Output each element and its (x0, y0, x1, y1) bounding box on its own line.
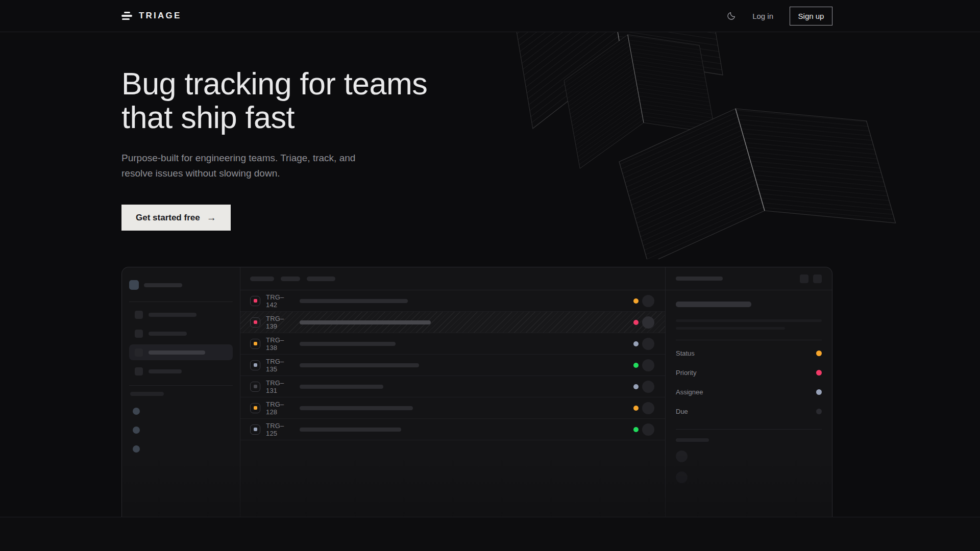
issue-row: TRG–131 (240, 376, 665, 397)
issue-row: TRG–139 (240, 312, 665, 333)
issue-id: TRG–135 (266, 358, 293, 373)
issue-checkbox-icon (250, 382, 260, 392)
skeleton-bar (149, 313, 197, 317)
panel-icon-button (800, 274, 808, 283)
field-value-dot (816, 370, 822, 375)
footer-band (0, 517, 980, 551)
panel-icon-button (813, 274, 822, 283)
field-label: Due (676, 408, 688, 415)
skeleton-bar (300, 363, 419, 367)
skeleton-bar (300, 428, 401, 432)
issue-meta (633, 295, 654, 307)
avatar (676, 450, 688, 462)
skeleton-line (676, 319, 822, 322)
issue-meta (633, 359, 654, 371)
issue-checkbox-icon (250, 317, 260, 328)
issue-row: TRG–128 (240, 397, 665, 419)
nav-actions: Log in Sign up (726, 7, 832, 26)
status-dot (633, 320, 639, 325)
detail-field-row: Assignee (676, 382, 822, 402)
sidebar-item (129, 325, 233, 341)
issue-type-dot (254, 342, 257, 345)
triage-logo-icon (121, 12, 132, 20)
detail-field-row: Priority (676, 363, 822, 382)
status-dot (633, 427, 639, 432)
issue-row: TRG–135 (240, 355, 665, 376)
issue-rows: TRG–142 TRG–139 (240, 290, 665, 440)
hero-section: Bug tracking for teamsthat ship fast Pur… (0, 32, 980, 267)
avatar (642, 381, 654, 393)
mockup-sidebar (122, 267, 240, 517)
issue-id: TRG–131 (266, 379, 293, 394)
signup-button[interactable]: Sign up (790, 7, 832, 26)
divider (129, 302, 233, 302)
cta-label: Get started free (136, 213, 200, 223)
sidebar-dot (133, 408, 140, 415)
status-dot (633, 363, 639, 368)
avatar (642, 402, 654, 414)
app-preview-mockup: TRG–142 TRG–139 (121, 267, 832, 517)
avatar (642, 338, 654, 350)
wireframe-decoration (459, 32, 980, 259)
status-dot (633, 384, 639, 389)
issue-checkbox-icon (250, 360, 260, 370)
workspace-avatar (129, 280, 139, 290)
brand-logo[interactable]: TRIAGE (121, 11, 181, 21)
issue-id: TRG–139 (266, 315, 293, 330)
detail-panel-body: Status Priority Assignee Due (666, 302, 832, 483)
moon-icon (726, 11, 736, 21)
issue-detail-panel: Status Priority Assignee Due (666, 267, 832, 517)
login-link[interactable]: Log in (752, 12, 773, 20)
divider (676, 340, 822, 340)
arrow-right-icon: → (207, 212, 216, 223)
detail-field-row: Due (676, 402, 822, 421)
skeleton-tab (307, 277, 335, 281)
issue-meta (633, 402, 654, 414)
sidebar-nav (129, 307, 233, 379)
issue-row: TRG–138 (240, 333, 665, 355)
skeleton-bar (149, 369, 182, 373)
issue-type-dot (254, 320, 257, 324)
skeleton-line (676, 327, 785, 330)
field-label: Priority (676, 369, 696, 377)
detail-field-row: Status (676, 343, 822, 363)
issue-row: TRG–125 (240, 419, 665, 440)
skeleton-bar (144, 283, 182, 287)
sidebar-dot (133, 445, 140, 453)
skeleton-bar (300, 299, 408, 303)
issue-meta (633, 316, 654, 329)
sidebar-dot (133, 427, 140, 434)
skeleton-bar (300, 406, 413, 410)
issue-id: TRG–142 (266, 293, 293, 309)
workspace-switcher (129, 280, 233, 290)
issue-id: TRG–138 (266, 336, 293, 352)
issue-type-dot (254, 428, 257, 431)
issue-type-dot (254, 363, 257, 367)
skeleton-tab (250, 277, 274, 281)
get-started-button[interactable]: Get started free → (121, 205, 231, 231)
issue-list-header (240, 267, 665, 290)
sidebar-item-icon (135, 330, 143, 338)
sidebar-item-icon (135, 367, 143, 375)
theme-toggle-button[interactable] (726, 11, 736, 21)
avatar (642, 359, 654, 371)
issue-meta (633, 423, 654, 436)
skeleton-bar (300, 342, 396, 346)
skeleton-bar (149, 332, 187, 336)
issue-checkbox-icon (250, 424, 260, 435)
skeleton-tab (281, 277, 300, 281)
detail-fields: Status Priority Assignee Due (676, 343, 822, 421)
issue-checkbox-icon (250, 403, 260, 413)
avatar (642, 316, 654, 329)
issue-meta (633, 338, 654, 350)
issue-checkbox-icon (250, 296, 260, 306)
avatar (642, 423, 654, 436)
page-title: Bug tracking for teamsthat ship fast (121, 67, 427, 134)
panel-header-buttons (800, 274, 822, 283)
brand-name: TRIAGE (139, 11, 181, 21)
skeleton-section-label (130, 392, 164, 396)
skeleton-title (676, 302, 751, 307)
issue-checkbox-icon (250, 339, 260, 349)
issue-type-dot (254, 299, 257, 303)
skeleton-bar (300, 385, 383, 389)
